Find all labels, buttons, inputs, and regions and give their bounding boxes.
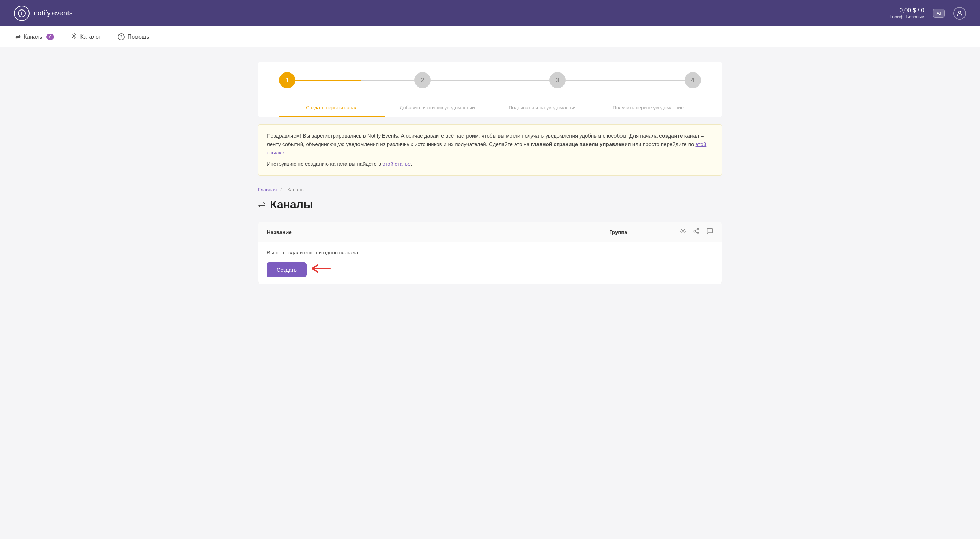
step-line-1-2 <box>295 80 414 81</box>
step-3-circle: 3 <box>549 72 566 88</box>
svg-point-5 <box>697 228 699 230</box>
col-icons-header <box>679 228 713 236</box>
channels-table: Название Группа <box>258 222 722 284</box>
info-period-1: . <box>284 150 286 156</box>
step-tab-4[interactable]: Получить первое уведомление <box>595 99 701 117</box>
empty-message: Вы не создали еще ни одного канала. <box>267 249 713 255</box>
info-box: Поздравляем! Вы зарегистрировались в Not… <box>258 124 722 175</box>
header: ! notify.events 0,00 $ / 0 Тариф: Базовы… <box>0 0 980 26</box>
create-button-area: Создать <box>267 263 332 277</box>
svg-line-9 <box>695 230 697 230</box>
help-icon: ? <box>118 33 125 40</box>
breadcrumb: Главная / Каналы <box>258 187 722 193</box>
info-link-2[interactable]: этой статье <box>382 161 410 167</box>
breadcrumb-current: Каналы <box>287 187 305 193</box>
balance-plan: Тариф: Базовый <box>890 14 924 19</box>
catalog-icon <box>71 33 77 41</box>
breadcrumb-separator: / <box>280 187 282 193</box>
col-group-header: Группа <box>609 229 679 235</box>
arrow-icon <box>311 263 332 276</box>
nav-help-label: Помощь <box>127 34 150 40</box>
step-tabs: Создать первый канал Добавить источник у… <box>279 99 701 117</box>
svg-point-7 <box>697 232 699 234</box>
share-col-icon <box>693 228 700 236</box>
table-header: Название Группа <box>258 222 722 242</box>
step-1-circle: 1 <box>279 72 295 88</box>
step-2-circle: 2 <box>414 72 431 88</box>
nav-channels-label: Каналы <box>24 34 44 40</box>
svg-point-6 <box>694 230 696 232</box>
main-content: 1 2 3 <box>244 48 736 298</box>
svg-point-3 <box>73 35 75 37</box>
logo-icon: ! <box>14 6 30 21</box>
main-nav: ⇌ Каналы 0 Каталог ? Помощь <box>0 26 980 48</box>
nav-item-help[interactable]: ? Помощь <box>116 33 151 40</box>
user-icon[interactable] <box>953 7 966 20</box>
step-tab-2[interactable]: Добавить источник уведомлений <box>385 99 490 117</box>
step-line-2-3 <box>431 80 550 81</box>
logo-text: notify.events <box>34 9 73 17</box>
step-tab-1[interactable]: Создать первый канал <box>279 99 385 117</box>
svg-line-8 <box>695 231 697 233</box>
info-text-1: Поздравляем! Вы зарегистрировались в Not… <box>267 132 658 139</box>
info-text-5: Инструкцию по созданию канала вы найдете… <box>267 161 381 167</box>
channels-icon: ⇌ <box>16 33 21 41</box>
catalog-col-icon <box>679 228 686 236</box>
stepper: 1 2 3 <box>258 62 722 117</box>
info-bold-2: главной странице панели управления <box>531 141 631 147</box>
page-title-icon: ⇌ <box>258 199 266 210</box>
step-line-3-4 <box>566 80 685 81</box>
step-4-circle: 4 <box>685 72 701 88</box>
chat-col-icon <box>706 228 713 236</box>
info-period-2: . <box>410 161 412 167</box>
nav-item-channels[interactable]: ⇌ Каналы 0 <box>14 33 56 41</box>
info-bold-1: создайте канал <box>659 132 700 139</box>
table-body: Вы не создали еще ни одного канала. Созд… <box>258 242 722 284</box>
create-button[interactable]: Создать <box>267 263 307 277</box>
channels-badge: 0 <box>46 34 54 40</box>
ai-badge[interactable]: AI <box>933 9 945 18</box>
balance-amount: 0,00 $ / 0 <box>890 7 924 14</box>
breadcrumb-home[interactable]: Главная <box>258 187 277 193</box>
svg-text:!: ! <box>21 11 23 16</box>
step-tab-3[interactable]: Подписаться на уведомления <box>490 99 595 117</box>
col-name-header: Название <box>267 229 609 235</box>
svg-point-2 <box>959 11 961 13</box>
balance-area: 0,00 $ / 0 Тариф: Базовый <box>890 7 924 19</box>
logo-area[interactable]: ! notify.events <box>14 6 73 21</box>
page-title: Каналы <box>270 198 313 211</box>
info-text-3: или просто перейдите по <box>632 141 694 147</box>
svg-point-4 <box>682 230 684 232</box>
nav-catalog-label: Каталог <box>80 34 100 40</box>
page-title-area: ⇌ Каналы <box>258 198 722 211</box>
header-right: 0,00 $ / 0 Тариф: Базовый AI <box>890 7 966 20</box>
stepper-track: 1 2 3 <box>279 72 701 88</box>
nav-item-catalog[interactable]: Каталог <box>70 33 102 41</box>
